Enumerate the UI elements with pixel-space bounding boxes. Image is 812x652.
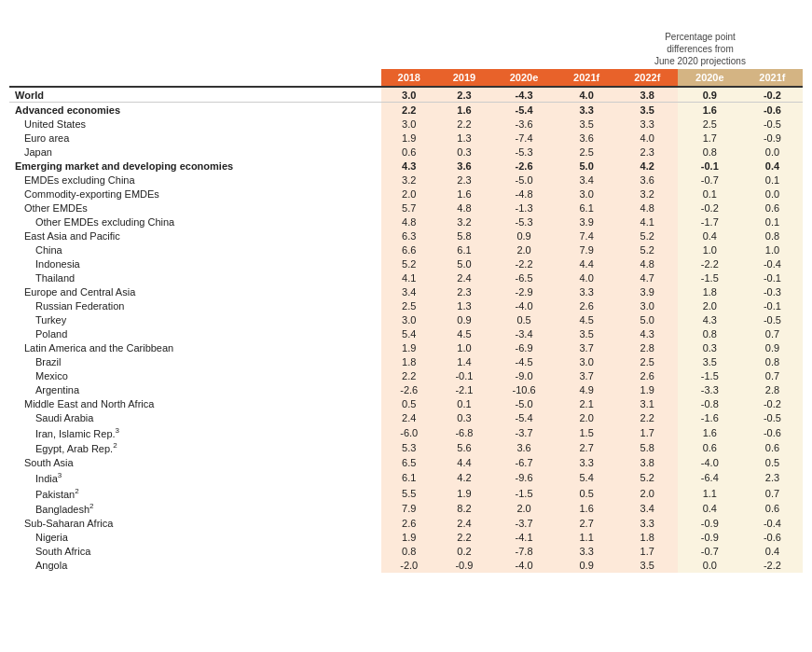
table-row: World3.02.3-4.34.03.80.9-0.2 bbox=[9, 87, 803, 103]
row-value: 3.6 bbox=[557, 131, 617, 145]
row-name: Commodity-exporting EMDEs bbox=[9, 187, 381, 201]
row-value: 4.9 bbox=[557, 382, 617, 396]
row-value: 4.5 bbox=[436, 326, 491, 340]
row-diff: 0.8 bbox=[678, 145, 742, 159]
row-value: -10.6 bbox=[492, 382, 557, 396]
column-header-row: 2018 2019 2020e 2021f 2022f 2020e 2021f bbox=[9, 69, 803, 87]
row-value: 3.2 bbox=[381, 173, 436, 187]
row-value: 3.6 bbox=[436, 159, 491, 173]
row-diff: 0.1 bbox=[678, 187, 742, 201]
row-value: 4.4 bbox=[436, 456, 491, 470]
row-value: 4.3 bbox=[381, 159, 436, 173]
row-diff: 1.0 bbox=[742, 243, 803, 257]
row-value: 5.8 bbox=[617, 440, 678, 456]
row-name: South Asia bbox=[9, 456, 381, 470]
row-name: EMDEs excluding China bbox=[9, 173, 381, 187]
row-value: 0.9 bbox=[436, 312, 491, 326]
row-value: -3.6 bbox=[492, 117, 557, 131]
row-value: 4.2 bbox=[436, 470, 491, 486]
table-row: South Asia6.54.4-6.73.33.8-4.00.5 bbox=[9, 456, 803, 470]
row-value: 2.3 bbox=[617, 145, 678, 159]
row-value: 2.7 bbox=[557, 440, 617, 456]
row-value: 3.5 bbox=[557, 117, 617, 131]
row-value: -7.8 bbox=[492, 545, 557, 559]
row-value: 3.3 bbox=[557, 456, 617, 470]
row-value: -4.0 bbox=[492, 559, 557, 573]
row-diff: -0.8 bbox=[678, 396, 742, 410]
row-value: -2.6 bbox=[492, 159, 557, 173]
row-diff: 0.3 bbox=[678, 340, 742, 354]
row-value: -3.7 bbox=[492, 424, 557, 440]
table-row: Other EMDEs5.74.8-1.36.14.8-0.20.6 bbox=[9, 201, 803, 215]
table-row: Angola-2.0-0.9-4.00.93.50.0-2.2 bbox=[9, 559, 803, 573]
row-value: 3.7 bbox=[557, 340, 617, 354]
row-diff: 0.9 bbox=[742, 340, 803, 354]
col-header-2018: 2018 bbox=[381, 69, 436, 87]
row-diff: -0.4 bbox=[742, 517, 803, 531]
table-row: Egypt, Arab Rep.25.35.63.62.75.80.60.6 bbox=[9, 440, 803, 456]
table-row: Nigeria1.92.2-4.11.11.8-0.9-0.6 bbox=[9, 531, 803, 545]
row-value: 6.6 bbox=[381, 243, 436, 257]
row-diff: 1.6 bbox=[678, 424, 742, 440]
row-value: 4.0 bbox=[557, 271, 617, 284]
table-row: Sub-Saharan Africa2.62.4-3.72.73.3-0.9-0… bbox=[9, 517, 803, 531]
row-diff: 0.0 bbox=[742, 187, 803, 201]
row-name: Latin America and the Caribbean bbox=[9, 340, 381, 354]
row-value: 2.3 bbox=[436, 284, 491, 298]
row-diff: 0.1 bbox=[742, 215, 803, 229]
row-diff: 1.0 bbox=[678, 243, 742, 257]
row-diff: 2.8 bbox=[742, 382, 803, 396]
row-value: 3.9 bbox=[557, 215, 617, 229]
row-value: 3.4 bbox=[557, 173, 617, 187]
row-value: 1.3 bbox=[436, 131, 491, 145]
row-value: 2.0 bbox=[492, 501, 557, 517]
row-value: 3.2 bbox=[436, 215, 491, 229]
row-value: 2.6 bbox=[557, 298, 617, 312]
row-name: Euro area bbox=[9, 131, 381, 145]
table-row: Iran, Islamic Rep.3-6.0-6.8-3.71.51.71.6… bbox=[9, 424, 803, 440]
row-value: 1.9 bbox=[381, 340, 436, 354]
row-value: 2.2 bbox=[381, 368, 436, 382]
row-value: 1.8 bbox=[381, 354, 436, 368]
row-value: -4.8 bbox=[492, 187, 557, 201]
row-value: 4.8 bbox=[436, 201, 491, 215]
row-value: 5.5 bbox=[381, 485, 436, 501]
row-diff: 0.6 bbox=[742, 440, 803, 456]
row-value: 3.3 bbox=[617, 117, 678, 131]
col-header-diff-2020e: 2020e bbox=[678, 69, 742, 87]
row-name: Advanced economies bbox=[9, 103, 381, 118]
row-value: 0.8 bbox=[381, 545, 436, 559]
row-diff: -0.5 bbox=[742, 312, 803, 326]
row-value: -1.3 bbox=[492, 201, 557, 215]
table-container: Percentage pointdifferences fromJune 202… bbox=[9, 9, 803, 573]
row-value: 1.3 bbox=[436, 298, 491, 312]
row-value: 7.9 bbox=[381, 501, 436, 517]
row-value: 1.9 bbox=[381, 131, 436, 145]
row-diff: -0.6 bbox=[742, 531, 803, 545]
row-name: Emerging market and developing economies bbox=[9, 159, 381, 173]
row-value: -3.7 bbox=[492, 517, 557, 531]
row-diff: -1.5 bbox=[678, 368, 742, 382]
row-value: -2.1 bbox=[436, 382, 491, 396]
row-name: China bbox=[9, 243, 381, 257]
row-value: 2.5 bbox=[617, 354, 678, 368]
row-value: 3.2 bbox=[617, 187, 678, 201]
row-value: 2.4 bbox=[436, 517, 491, 531]
row-diff: 0.4 bbox=[742, 545, 803, 559]
table-row: United States3.02.2-3.63.53.32.5-0.5 bbox=[9, 117, 803, 131]
table-row: Pakistan25.51.9-1.50.52.01.10.7 bbox=[9, 485, 803, 501]
row-diff: -1.7 bbox=[678, 215, 742, 229]
row-diff: -0.9 bbox=[742, 131, 803, 145]
row-value: 2.2 bbox=[436, 117, 491, 131]
row-value: 0.2 bbox=[436, 545, 491, 559]
row-value: 6.5 bbox=[381, 456, 436, 470]
row-name: Other EMDEs bbox=[9, 201, 381, 215]
row-value: 3.8 bbox=[617, 456, 678, 470]
row-value: -6.7 bbox=[492, 456, 557, 470]
row-diff: -0.7 bbox=[678, 173, 742, 187]
row-diff: 0.4 bbox=[678, 229, 742, 243]
row-value: 4.8 bbox=[617, 201, 678, 215]
row-name: Nigeria bbox=[9, 531, 381, 545]
row-value: 0.9 bbox=[492, 229, 557, 243]
row-value: -2.6 bbox=[381, 382, 436, 396]
